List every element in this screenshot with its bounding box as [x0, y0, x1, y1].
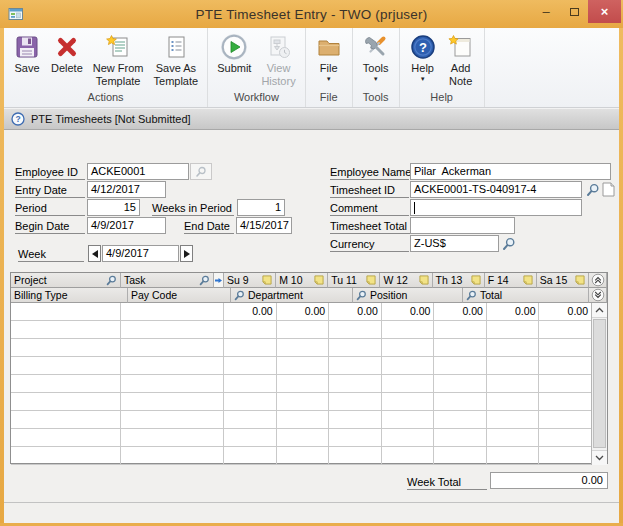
- day-cell[interactable]: [434, 339, 487, 356]
- expand-arrow-icon[interactable]: [214, 273, 224, 288]
- grid-empty-row[interactable]: [11, 375, 591, 393]
- task-cell[interactable]: [121, 393, 224, 410]
- project-cell[interactable]: [11, 393, 121, 410]
- collapse-rows-button[interactable]: [589, 273, 607, 288]
- day-cell[interactable]: [277, 393, 330, 410]
- hours-cell[interactable]: 0.00: [329, 303, 382, 320]
- grid-empty-row[interactable]: [11, 339, 591, 357]
- grid-empty-row[interactable]: [11, 447, 591, 465]
- day-cell[interactable]: [277, 357, 330, 374]
- day-cell[interactable]: [224, 321, 277, 338]
- note-icon[interactable]: [523, 275, 533, 285]
- day-cell[interactable]: [329, 429, 382, 446]
- task-cell[interactable]: [121, 303, 224, 320]
- task-cell[interactable]: [121, 429, 224, 446]
- tools-button[interactable]: Tools ▼: [357, 31, 395, 84]
- position-lookup-icon[interactable]: [356, 290, 367, 301]
- day-cell[interactable]: [382, 357, 435, 374]
- comment-field[interactable]: [410, 199, 582, 216]
- employee-id-field[interactable]: ACKE0001: [87, 163, 189, 180]
- day-cell[interactable]: [539, 393, 591, 410]
- weeks-in-period-field[interactable]: 1: [237, 199, 285, 216]
- vertical-scrollbar[interactable]: [591, 303, 607, 465]
- new-from-template-button[interactable]: New From Template: [88, 31, 149, 88]
- day-cell[interactable]: [487, 357, 540, 374]
- week-field[interactable]: 4/9/2017: [102, 245, 179, 262]
- add-note-button[interactable]: Add Note: [442, 31, 480, 88]
- day-cell[interactable]: [329, 447, 382, 464]
- day-cell[interactable]: [434, 447, 487, 464]
- scroll-down-icon[interactable]: [592, 450, 607, 465]
- day-cell[interactable]: [539, 357, 591, 374]
- project-cell[interactable]: [11, 429, 121, 446]
- save-as-template-button[interactable]: Save As Template: [149, 31, 204, 88]
- day-cell[interactable]: [487, 321, 540, 338]
- day-cell[interactable]: [224, 447, 277, 464]
- day-cell[interactable]: [277, 339, 330, 356]
- period-field[interactable]: 15: [87, 199, 140, 216]
- task-lookup-icon[interactable]: [199, 275, 210, 286]
- day-cell[interactable]: [382, 339, 435, 356]
- note-icon[interactable]: [471, 275, 481, 285]
- note-icon[interactable]: [575, 275, 585, 285]
- project-cell[interactable]: [11, 321, 121, 338]
- day-cell[interactable]: [224, 357, 277, 374]
- expand-rows-button[interactable]: [589, 288, 607, 303]
- day-cell[interactable]: [487, 393, 540, 410]
- hours-cell[interactable]: 0.00: [539, 303, 591, 320]
- hours-cell[interactable]: 0.00: [224, 303, 277, 320]
- day-cell[interactable]: [382, 321, 435, 338]
- day-cell[interactable]: [434, 357, 487, 374]
- day-cell[interactable]: [434, 411, 487, 428]
- hours-cell[interactable]: 0.00: [434, 303, 487, 320]
- project-cell[interactable]: [11, 357, 121, 374]
- day-cell[interactable]: [277, 321, 330, 338]
- day-cell[interactable]: [487, 447, 540, 464]
- scroll-up-icon[interactable]: [592, 303, 607, 318]
- file-button[interactable]: File ▼: [310, 31, 348, 84]
- day-cell[interactable]: [329, 393, 382, 410]
- department-lookup-icon[interactable]: [234, 290, 245, 301]
- help-button[interactable]: ? Help ▼: [404, 31, 442, 84]
- timesheet-id-field[interactable]: ACKE0001-TS-040917-4: [410, 181, 582, 198]
- task-cell[interactable]: [121, 339, 224, 356]
- timesheet-id-note-icon[interactable]: [601, 181, 616, 198]
- day-cell[interactable]: [277, 447, 330, 464]
- day-cell[interactable]: [539, 447, 591, 464]
- entry-date-field[interactable]: 4/12/2017: [87, 181, 166, 198]
- note-icon[interactable]: [262, 275, 272, 285]
- day-cell[interactable]: [487, 411, 540, 428]
- currency-lookup-icon[interactable]: [501, 236, 517, 251]
- hours-cell[interactable]: 0.00: [487, 303, 540, 320]
- project-cell[interactable]: [11, 447, 121, 464]
- delete-button[interactable]: Delete: [46, 31, 88, 76]
- day-cell[interactable]: [277, 375, 330, 392]
- save-button[interactable]: Save: [8, 31, 46, 76]
- task-cell[interactable]: [121, 411, 224, 428]
- grid-empty-row[interactable]: [11, 411, 591, 429]
- begin-date-field[interactable]: 4/9/2017: [87, 217, 166, 234]
- day-cell[interactable]: [382, 375, 435, 392]
- grid-empty-row[interactable]: [11, 429, 591, 447]
- day-cell[interactable]: [539, 339, 591, 356]
- maximize-button[interactable]: [560, 0, 588, 23]
- day-cell[interactable]: [329, 375, 382, 392]
- day-cell[interactable]: [539, 429, 591, 446]
- day-cell[interactable]: [539, 321, 591, 338]
- project-cell[interactable]: [11, 411, 121, 428]
- project-cell[interactable]: [11, 303, 121, 320]
- end-date-field[interactable]: 4/15/2017: [236, 217, 292, 234]
- task-cell[interactable]: [121, 357, 224, 374]
- grid-empty-row[interactable]: [11, 357, 591, 375]
- project-cell[interactable]: [11, 375, 121, 392]
- week-prev-button[interactable]: [88, 245, 101, 262]
- day-cell[interactable]: [487, 339, 540, 356]
- day-cell[interactable]: [487, 429, 540, 446]
- day-cell[interactable]: [487, 375, 540, 392]
- hours-cell[interactable]: 0.00: [277, 303, 330, 320]
- note-icon[interactable]: [366, 275, 376, 285]
- task-cell[interactable]: [121, 447, 224, 464]
- day-cell[interactable]: [329, 321, 382, 338]
- day-cell[interactable]: [329, 357, 382, 374]
- day-cell[interactable]: [224, 375, 277, 392]
